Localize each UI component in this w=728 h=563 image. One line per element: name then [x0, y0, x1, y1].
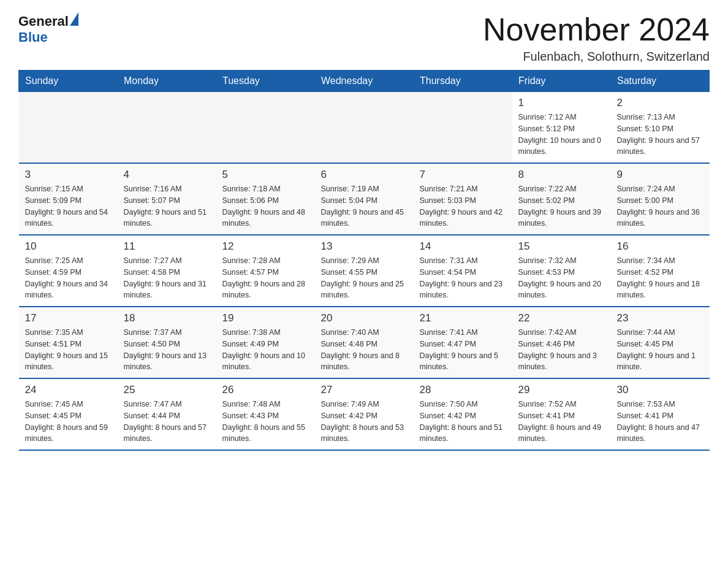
calendar-header: SundayMondayTuesdayWednesdayThursdayFrid… [19, 71, 710, 92]
day-number: 12 [222, 240, 309, 253]
logo-general: General [18, 13, 69, 29]
logo-blue: Blue [18, 29, 48, 45]
day-number: 14 [420, 240, 506, 253]
day-info: Sunrise: 7:40 AM Sunset: 4:48 PM Dayligh… [321, 327, 408, 373]
day-info: Sunrise: 7:48 AM Sunset: 4:43 PM Dayligh… [222, 399, 309, 445]
day-info: Sunrise: 7:28 AM Sunset: 4:57 PM Dayligh… [222, 255, 309, 301]
day-info: Sunrise: 7:13 AM Sunset: 5:10 PM Dayligh… [617, 112, 703, 158]
calendar-cell [19, 92, 118, 164]
day-info: Sunrise: 7:52 AM Sunset: 4:41 PM Dayligh… [518, 399, 605, 445]
day-number: 28 [420, 384, 506, 396]
calendar-cell: 17Sunrise: 7:35 AM Sunset: 4:51 PM Dayli… [19, 307, 118, 378]
calendar-cell: 18Sunrise: 7:37 AM Sunset: 4:50 PM Dayli… [118, 307, 216, 378]
day-number: 25 [124, 384, 210, 396]
day-info: Sunrise: 7:50 AM Sunset: 4:42 PM Dayligh… [420, 399, 506, 445]
header-day-thursday: Thursday [414, 71, 512, 92]
week-row-2: 3Sunrise: 7:15 AM Sunset: 5:09 PM Daylig… [19, 163, 710, 235]
day-number: 17 [25, 312, 112, 324]
day-info: Sunrise: 7:35 AM Sunset: 4:51 PM Dayligh… [25, 327, 112, 373]
calendar-cell: 19Sunrise: 7:38 AM Sunset: 4:49 PM Dayli… [216, 307, 315, 378]
day-number: 19 [222, 312, 309, 324]
header-day-sunday: Sunday [19, 71, 118, 92]
day-number: 22 [518, 312, 605, 324]
week-row-5: 24Sunrise: 7:45 AM Sunset: 4:45 PM Dayli… [19, 378, 710, 450]
logo-text: General Blue [18, 12, 80, 45]
header-day-friday: Friday [512, 71, 611, 92]
day-info: Sunrise: 7:37 AM Sunset: 4:50 PM Dayligh… [124, 327, 210, 373]
day-number: 5 [222, 169, 309, 181]
day-info: Sunrise: 7:42 AM Sunset: 4:46 PM Dayligh… [518, 327, 605, 373]
day-info: Sunrise: 7:41 AM Sunset: 4:47 PM Dayligh… [420, 327, 506, 373]
calendar-cell: 27Sunrise: 7:49 AM Sunset: 4:42 PM Dayli… [315, 378, 414, 450]
day-number: 24 [25, 384, 112, 396]
day-number: 10 [25, 240, 112, 253]
day-number: 11 [124, 240, 210, 253]
calendar-cell: 25Sunrise: 7:47 AM Sunset: 4:44 PM Dayli… [118, 378, 216, 450]
month-title: November 2024 [483, 12, 710, 47]
calendar-cell: 9Sunrise: 7:24 AM Sunset: 5:00 PM Daylig… [611, 163, 710, 235]
calendar-cell [414, 92, 512, 164]
calendar-cell: 16Sunrise: 7:34 AM Sunset: 4:52 PM Dayli… [611, 235, 710, 307]
calendar-body: 1Sunrise: 7:12 AM Sunset: 5:12 PM Daylig… [19, 92, 710, 451]
calendar-table: SundayMondayTuesdayWednesdayThursdayFrid… [18, 70, 710, 451]
calendar-cell: 13Sunrise: 7:29 AM Sunset: 4:55 PM Dayli… [315, 235, 414, 307]
day-number: 16 [617, 240, 703, 253]
location: Fulenbach, Solothurn, Switzerland [483, 50, 710, 64]
day-number: 1 [518, 97, 605, 109]
page-header: General Blue November 2024 Fulenbach, So… [18, 12, 710, 64]
day-info: Sunrise: 7:16 AM Sunset: 5:07 PM Dayligh… [124, 183, 210, 229]
week-row-4: 17Sunrise: 7:35 AM Sunset: 4:51 PM Dayli… [19, 307, 710, 378]
calendar-cell: 15Sunrise: 7:32 AM Sunset: 4:53 PM Dayli… [512, 235, 611, 307]
day-info: Sunrise: 7:44 AM Sunset: 4:45 PM Dayligh… [617, 327, 703, 373]
day-number: 2 [617, 97, 703, 109]
day-info: Sunrise: 7:12 AM Sunset: 5:12 PM Dayligh… [518, 112, 605, 158]
calendar-cell: 30Sunrise: 7:53 AM Sunset: 4:41 PM Dayli… [611, 378, 710, 450]
day-number: 18 [124, 312, 210, 324]
day-info: Sunrise: 7:27 AM Sunset: 4:58 PM Dayligh… [124, 255, 210, 301]
calendar-cell [118, 92, 216, 164]
calendar-cell: 12Sunrise: 7:28 AM Sunset: 4:57 PM Dayli… [216, 235, 315, 307]
header-row: SundayMondayTuesdayWednesdayThursdayFrid… [19, 71, 710, 92]
header-day-wednesday: Wednesday [315, 71, 414, 92]
calendar-cell: 23Sunrise: 7:44 AM Sunset: 4:45 PM Dayli… [611, 307, 710, 378]
calendar-cell: 21Sunrise: 7:41 AM Sunset: 4:47 PM Dayli… [414, 307, 512, 378]
calendar-cell [315, 92, 414, 164]
calendar-cell: 10Sunrise: 7:25 AM Sunset: 4:59 PM Dayli… [19, 235, 118, 307]
day-info: Sunrise: 7:49 AM Sunset: 4:42 PM Dayligh… [321, 399, 408, 445]
day-number: 4 [124, 169, 210, 181]
calendar-cell: 7Sunrise: 7:21 AM Sunset: 5:03 PM Daylig… [414, 163, 512, 235]
day-info: Sunrise: 7:15 AM Sunset: 5:09 PM Dayligh… [25, 183, 112, 229]
calendar-cell: 14Sunrise: 7:31 AM Sunset: 4:54 PM Dayli… [414, 235, 512, 307]
day-info: Sunrise: 7:32 AM Sunset: 4:53 PM Dayligh… [518, 255, 605, 301]
calendar-cell: 8Sunrise: 7:22 AM Sunset: 5:02 PM Daylig… [512, 163, 611, 235]
calendar-cell: 26Sunrise: 7:48 AM Sunset: 4:43 PM Dayli… [216, 378, 315, 450]
header-day-saturday: Saturday [611, 71, 710, 92]
day-info: Sunrise: 7:38 AM Sunset: 4:49 PM Dayligh… [222, 327, 309, 373]
calendar-cell: 20Sunrise: 7:40 AM Sunset: 4:48 PM Dayli… [315, 307, 414, 378]
day-number: 7 [420, 169, 506, 181]
day-number: 27 [321, 384, 408, 396]
header-day-tuesday: Tuesday [216, 71, 315, 92]
week-row-1: 1Sunrise: 7:12 AM Sunset: 5:12 PM Daylig… [19, 92, 710, 164]
day-number: 8 [518, 169, 605, 181]
calendar-cell: 1Sunrise: 7:12 AM Sunset: 5:12 PM Daylig… [512, 92, 611, 164]
day-info: Sunrise: 7:29 AM Sunset: 4:55 PM Dayligh… [321, 255, 408, 301]
day-number: 23 [617, 312, 703, 324]
calendar-cell: 5Sunrise: 7:18 AM Sunset: 5:06 PM Daylig… [216, 163, 315, 235]
calendar-cell: 28Sunrise: 7:50 AM Sunset: 4:42 PM Dayli… [414, 378, 512, 450]
calendar-cell: 11Sunrise: 7:27 AM Sunset: 4:58 PM Dayli… [118, 235, 216, 307]
day-number: 21 [420, 312, 506, 324]
day-number: 9 [617, 169, 703, 181]
day-number: 20 [321, 312, 408, 324]
calendar-cell: 24Sunrise: 7:45 AM Sunset: 4:45 PM Dayli… [19, 378, 118, 450]
calendar-cell: 2Sunrise: 7:13 AM Sunset: 5:10 PM Daylig… [611, 92, 710, 164]
day-info: Sunrise: 7:18 AM Sunset: 5:06 PM Dayligh… [222, 183, 309, 229]
calendar-cell [216, 92, 315, 164]
day-info: Sunrise: 7:25 AM Sunset: 4:59 PM Dayligh… [25, 255, 112, 301]
calendar-cell: 3Sunrise: 7:15 AM Sunset: 5:09 PM Daylig… [19, 163, 118, 235]
week-row-3: 10Sunrise: 7:25 AM Sunset: 4:59 PM Dayli… [19, 235, 710, 307]
day-info: Sunrise: 7:19 AM Sunset: 5:04 PM Dayligh… [321, 183, 408, 229]
day-number: 15 [518, 240, 605, 253]
header-day-monday: Monday [118, 71, 216, 92]
day-number: 26 [222, 384, 309, 396]
